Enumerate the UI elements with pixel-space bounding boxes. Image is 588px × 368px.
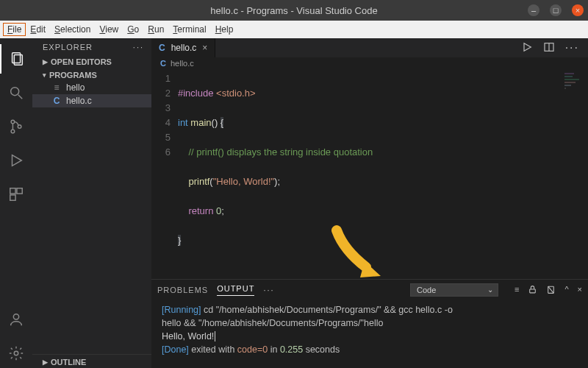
explorer-title: EXPLORER [43, 43, 93, 52]
section-outline[interactable]: ▶ OUTLINE [32, 354, 151, 368]
binary-file-icon: ≡ [51, 82, 62, 93]
activity-settings-icon[interactable] [0, 339, 32, 368]
svg-point-11 [13, 314, 18, 319]
panel-tab-problems[interactable]: PROBLEMS [157, 286, 208, 294]
minimap[interactable] [564, 73, 581, 124]
tab-close-icon[interactable]: × [202, 43, 207, 53]
svg-rect-9 [17, 188, 22, 194]
caret-icon [215, 331, 215, 342]
chevron-right-icon: ▶ [43, 58, 48, 66]
chevron-right-icon: ▶ [43, 358, 48, 366]
svg-point-5 [11, 130, 15, 133]
c-file-icon: C [160, 59, 166, 68]
split-editor-icon[interactable] [543, 41, 555, 54]
editor-more-icon[interactable]: ··· [565, 41, 579, 54]
activity-scm-icon[interactable] [0, 112, 32, 141]
breadcrumb[interactable]: C hello.c [151, 57, 588, 69]
select-value: Code [417, 286, 436, 294]
menu-help[interactable]: Help [211, 23, 238, 36]
window-minimize-button[interactable]: – [528, 4, 539, 16]
panel-tab-output[interactable]: OUTPUT [217, 284, 254, 296]
svg-rect-8 [10, 188, 15, 194]
svg-line-19 [548, 286, 554, 293]
menu-edit[interactable]: Edit [26, 23, 50, 36]
svg-point-4 [11, 120, 15, 124]
menu-terminal[interactable]: Terminal [168, 23, 210, 36]
list-icon[interactable]: ≡ [514, 285, 519, 294]
c-file-icon: C [51, 96, 62, 106]
menu-bar: File Edit Selection View Go Run Terminal… [0, 21, 588, 38]
section-programs[interactable]: ▾ PROGRAMS [32, 68, 151, 81]
section-open-editors[interactable]: ▶ OPEN EDITORS [32, 54, 151, 68]
file-label: hello.c [66, 96, 92, 106]
panel-close-icon[interactable]: × [578, 285, 582, 294]
explorer-more-icon[interactable]: ··· [133, 43, 144, 52]
file-label: hello [66, 82, 85, 93]
activity-search-icon[interactable] [0, 78, 32, 107]
label-outline: OUTLINE [51, 358, 86, 367]
menu-go[interactable]: Go [123, 23, 143, 36]
activity-account-icon[interactable] [0, 305, 32, 334]
menu-run[interactable]: Run [143, 23, 168, 36]
svg-point-2 [11, 88, 19, 96]
code-content: #include <stdio.h> int main() { // print… [178, 71, 373, 277]
activity-explorer-icon[interactable] [0, 44, 32, 74]
editor-tab-hello-c[interactable]: C hello.c × [151, 38, 215, 57]
svg-marker-7 [12, 155, 22, 166]
window-title: hello.c - Programs - Visual Studio Code [210, 5, 377, 16]
breadcrumb-label: hello.c [171, 59, 194, 68]
clear-output-icon[interactable] [546, 285, 556, 294]
menu-view[interactable]: View [95, 23, 123, 36]
svg-marker-13 [524, 43, 531, 52]
c-file-icon: C [159, 43, 165, 53]
chevron-down-icon: ⌄ [487, 286, 493, 294]
file-item-hello[interactable]: ≡ hello [32, 81, 151, 94]
menu-file[interactable]: File [3, 23, 26, 36]
window-close-button[interactable]: × [572, 4, 584, 16]
code-editor[interactable]: 1 2 3 4 5 6 #include <stdio.h> int main(… [151, 70, 588, 279]
panel-more-tabs-icon[interactable]: ··· [263, 286, 274, 294]
bottom-panel: PROBLEMS OUTPUT ··· Code ⌄ ≡ ^ [151, 279, 588, 368]
chevron-down-icon: ▾ [43, 71, 46, 79]
window-maximize-button[interactable]: □ [550, 4, 562, 16]
menu-selection[interactable]: Selection [50, 23, 95, 36]
svg-point-6 [18, 125, 21, 129]
svg-rect-17 [530, 289, 536, 293]
svg-point-12 [14, 351, 18, 355]
svg-line-3 [18, 95, 23, 99]
output-content[interactable]: [Running] cd "/home/abhishek/Documents/P… [151, 300, 588, 359]
file-item-hello-c[interactable]: C hello.c [32, 94, 151, 107]
line-number-gutter: 1 2 3 4 5 6 [151, 71, 178, 277]
svg-rect-10 [10, 195, 15, 200]
run-button-icon[interactable] [521, 41, 533, 54]
label-programs: PROGRAMS [49, 71, 97, 79]
activity-extensions-icon[interactable] [0, 180, 32, 209]
output-channel-select[interactable]: Code ⌄ [410, 283, 498, 297]
panel-maximize-icon[interactable]: ^ [564, 285, 568, 294]
activity-run-icon[interactable] [0, 146, 32, 175]
lock-icon[interactable] [528, 285, 537, 294]
explorer-sidebar: EXPLORER ··· ▶ OPEN EDITORS ▾ PROGRAMS ≡… [32, 38, 151, 368]
tab-label: hello.c [171, 43, 197, 53]
label-open-editors: OPEN EDITORS [51, 57, 112, 66]
